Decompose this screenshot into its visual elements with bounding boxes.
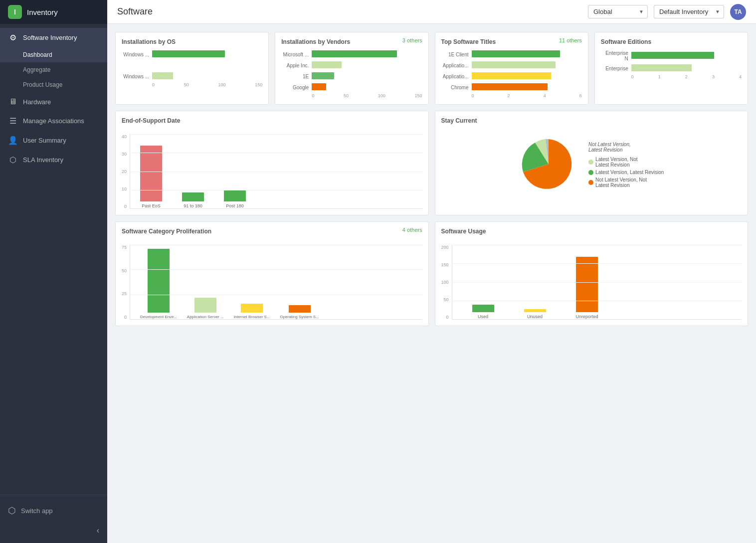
legend-label-2: Latest Version, Latest Revision	[595, 170, 664, 175]
chart-installations-by-os: Installations by OS Windows ...	[115, 32, 269, 105]
scope-dropdown[interactable]: Global	[588, 5, 648, 18]
hbar-row: Apple Inc.	[281, 61, 422, 69]
grid-line	[130, 295, 422, 295]
hbar-bar	[472, 83, 548, 90]
hbar-axis: 050100150	[281, 93, 422, 98]
app-icon: I	[8, 5, 22, 19]
sidebar-item-sla-inventory[interactable]: ⬡ SLA Inventory	[0, 150, 107, 170]
vbar-unreported	[576, 257, 598, 312]
hbar-container	[152, 72, 262, 80]
vbar-label-os: Operating System S...	[280, 315, 319, 319]
legend-dot-3	[588, 180, 593, 185]
hbar-label: 1E Client	[441, 52, 469, 57]
hbar-container	[312, 72, 422, 80]
collapse-button[interactable]: ‹	[97, 526, 99, 535]
hbar-row: Microsoft ...	[281, 50, 422, 58]
sidebar-item-hardware[interactable]: 🖥 Hardware	[0, 92, 107, 111]
hbar-container	[631, 52, 742, 60]
chart-title-software-category: Software Category Proliferation	[122, 228, 422, 235]
hbar-bar	[152, 72, 173, 79]
vbar-appserver	[194, 298, 216, 313]
pie-chart-stay-current: Not Latest Version,Latest Revision Lates…	[441, 129, 742, 200]
hbar-bar	[631, 52, 714, 59]
hbar-row: Enterprise N	[601, 50, 742, 61]
hbar-chart-editions: Enterprise N Enterprise	[601, 50, 742, 72]
grid-line	[452, 301, 742, 301]
sidebar-item-user-summary[interactable]: 👤 User Summary	[0, 131, 107, 150]
hbar-row: Applicatio...	[441, 61, 582, 69]
chart-end-of-support: End-of-Support Date 40 30 20 10 0	[115, 111, 429, 215]
vbar-group-browser: Internet Browser S...	[234, 304, 270, 319]
user-icon: 👤	[8, 136, 18, 145]
avatar[interactable]: TA	[730, 4, 746, 20]
hbar-axis: 0246	[441, 93, 582, 98]
hbar-label: Microsoft ...	[281, 52, 309, 57]
vbar-past-eos	[140, 146, 162, 201]
chart-top-software-titles: Top Software Titles 11 others 1E Client …	[435, 32, 588, 105]
vbar-91-180	[182, 192, 204, 201]
chart-note-top-software: 11 others	[559, 37, 582, 43]
hbar-row: 1E Client	[441, 50, 582, 58]
hbar-label: Enterprise	[601, 66, 628, 71]
hbar-row: Chrome	[441, 83, 582, 91]
inventory-dropdown-wrapper: Default Inventory	[654, 5, 724, 18]
y-axis-eos: 40 30 20 10 0	[122, 134, 130, 209]
charts-row-1: Installations by OS Windows ...	[115, 32, 748, 105]
vbar-label-unreported: Unreported	[576, 314, 598, 319]
hbar-row: Google	[281, 83, 422, 91]
grid-line	[130, 269, 422, 270]
grid-line	[130, 245, 422, 245]
hbar-bar	[631, 64, 692, 71]
grid-line	[452, 282, 742, 283]
legend-item-2: Latest Version, Latest Revision	[588, 170, 664, 175]
hbar-axis: 050100150	[122, 82, 262, 87]
chart-title-software-usage: Software Usage	[441, 228, 742, 235]
vbar-label-past-eos: Past EoS	[142, 203, 161, 208]
sla-icon: ⬡	[8, 155, 18, 165]
topbar: Software Global Default Inventory TA	[107, 0, 756, 24]
y-axis-usage: 200 150 100 50 0	[441, 245, 452, 320]
grid-line	[130, 172, 422, 172]
pie-svg-container	[519, 134, 578, 195]
hbar-row: Applicatio...	[441, 72, 582, 80]
vbar-chart-usage: 200 150 100 50 0 Used	[441, 240, 742, 320]
hbar-label: Windows ...	[122, 74, 149, 79]
vbar-area-category: Development Envir... Application Server …	[130, 245, 422, 320]
vbar-label-post-180: Post 180	[226, 203, 244, 208]
sidebar-item-software-inventory[interactable]: ⚙ Software Inventory	[0, 28, 107, 47]
sidebar-item-manage-associations[interactable]: ☰ Manage Associations	[0, 111, 107, 131]
hbar-container	[152, 61, 262, 69]
chart-note-vendors: 3 others	[402, 37, 422, 43]
inventory-dropdown[interactable]: Default Inventory	[654, 5, 724, 18]
hbar-container	[312, 83, 422, 91]
charts-row-2: End-of-Support Date 40 30 20 10 0	[115, 111, 748, 215]
hbar-label: Enterprise N	[601, 50, 628, 61]
chart-title-by-vendors: Installations by Vendors	[281, 38, 422, 45]
legend-item-1: Latest Version, NotLatest Revision	[588, 157, 664, 168]
chart-title-end-of-support: End-of-Support Date	[122, 117, 422, 124]
sidebar-item-product-usage[interactable]: Product Usage	[0, 77, 107, 92]
content-area: Installations by OS Windows ...	[107, 24, 756, 543]
vbar-label-appserver: Application Server ...	[187, 315, 224, 319]
sidebar-item-dashboard[interactable]: Dashboard	[0, 47, 107, 62]
legend-dot-1	[588, 160, 593, 165]
sidebar-collapse: ‹	[8, 524, 99, 537]
chart-note-category: 4 others	[402, 227, 422, 233]
hbar-row: 1E	[281, 72, 422, 80]
legend-note-1: Not Latest Version,Latest Revision	[588, 142, 664, 153]
pie-legend: Not Latest Version,Latest Revision Lates…	[588, 142, 664, 188]
vbar-used	[472, 305, 494, 312]
switch-app-button[interactable]: ⬡ Switch app	[8, 501, 99, 520]
sidebar-label-software-inventory: Software Inventory	[23, 34, 77, 41]
vbar-label-browser: Internet Browser S...	[234, 315, 270, 319]
vbar-group-appserver: Application Server ...	[187, 298, 224, 319]
sidebar-item-aggregate[interactable]: Aggregate	[0, 62, 107, 77]
sidebar: I Inventory ⚙ Software Inventory Dashboa…	[0, 0, 107, 543]
switch-app-icon: ⬡	[8, 505, 16, 516]
chart-installations-by-vendors: Installations by Vendors 3 others Micros…	[275, 32, 428, 105]
hbar-container	[312, 61, 422, 69]
hbar-label: 1E	[281, 74, 309, 79]
vbar-devenv	[148, 249, 170, 313]
vbar-group-devenv: Development Envir...	[140, 249, 177, 319]
hbar-container	[472, 72, 582, 80]
